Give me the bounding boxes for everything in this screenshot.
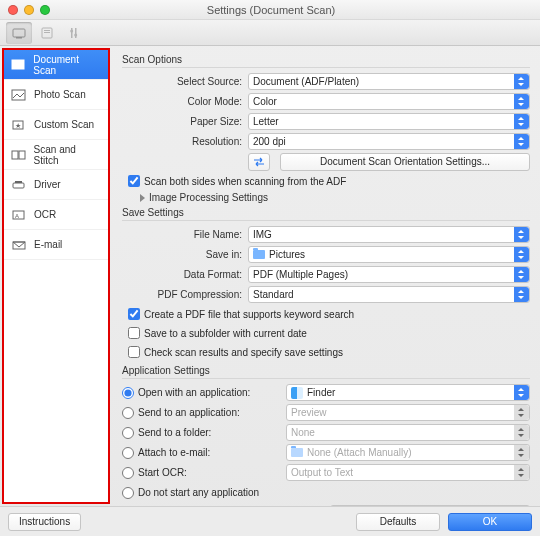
chevron-updown-icon — [514, 227, 529, 242]
do-not-start-radio[interactable]: Do not start any application — [122, 487, 259, 499]
chevron-updown-icon — [514, 114, 529, 129]
file-name-combobox[interactable]: IMG — [248, 226, 530, 243]
sidebar-item-label: Photo Scan — [34, 89, 86, 100]
sidebar-item-label: Document Scan — [33, 54, 102, 76]
folder-icon — [291, 448, 303, 457]
send-to-app-radio[interactable]: Send to an application: — [122, 407, 280, 419]
save-subfolder-label: Save to a subfolder with current date — [144, 328, 307, 339]
resolution-label: Resolution: — [122, 136, 242, 147]
svg-rect-4 — [44, 32, 50, 33]
select-source-dropdown[interactable]: Document (ADF/Platen) — [248, 73, 530, 90]
pdf-compression-dropdown[interactable]: Standard — [248, 286, 530, 303]
start-ocr-radio[interactable]: Start OCR: — [122, 467, 280, 479]
color-mode-label: Color Mode: — [122, 96, 242, 107]
chevron-updown-icon — [514, 247, 529, 262]
sidebar-item-label: Custom Scan — [34, 119, 94, 130]
sidebar-item-ocr[interactable]: A OCR — [4, 200, 108, 230]
paper-size-label: Paper Size: — [122, 116, 242, 127]
chevron-updown-icon — [514, 287, 529, 302]
pdf-compression-label: PDF Compression: — [122, 289, 242, 300]
save-settings-heading: Save Settings — [122, 207, 530, 218]
open-with-app-radio[interactable]: Open with an application: — [122, 387, 280, 399]
svg-rect-17 — [19, 151, 25, 159]
scan-options-heading: Scan Options — [122, 54, 530, 65]
open-with-app-dropdown[interactable]: Finder — [286, 384, 530, 401]
scan-both-sides-checkbox[interactable] — [128, 175, 140, 187]
scan-and-stitch-icon — [10, 148, 28, 162]
image-processing-disclosure[interactable]: Image Processing Settings — [140, 192, 530, 203]
sidebar-item-email[interactable]: E-mail — [4, 230, 108, 260]
main-panel: Scan Options Select Source: Document (AD… — [110, 46, 540, 506]
sidebar-item-label: OCR — [34, 209, 56, 220]
footer: Instructions Defaults OK — [0, 506, 540, 536]
chevron-updown-icon — [514, 74, 529, 89]
scan-both-sides-label: Scan both sides when scanning from the A… — [144, 176, 346, 187]
attach-email-dropdown[interactable]: None (Attach Manually) — [286, 444, 530, 461]
chevron-updown-icon — [514, 405, 529, 420]
chevron-updown-icon — [514, 94, 529, 109]
ocr-icon: A — [10, 208, 28, 222]
svg-rect-18 — [13, 183, 24, 188]
check-results-label: Check scan results and specify save sett… — [144, 347, 343, 358]
chevron-updown-icon — [514, 385, 529, 400]
sidebar-item-custom-scan[interactable]: ★ Custom Scan — [4, 110, 108, 140]
driver-icon — [10, 178, 28, 192]
divider — [122, 378, 530, 379]
toolbar — [0, 20, 540, 46]
defaults-button[interactable]: Defaults — [356, 513, 440, 531]
sidebar-item-photo-scan[interactable]: Photo Scan — [4, 80, 108, 110]
divider — [122, 220, 530, 221]
svg-rect-3 — [44, 30, 50, 31]
svg-rect-0 — [13, 29, 25, 37]
send-to-folder-radio[interactable]: Send to a folder: — [122, 427, 280, 439]
check-results-checkbox[interactable] — [128, 346, 140, 358]
photo-scan-icon — [10, 88, 28, 102]
toolbar-scan-from-panel-icon[interactable] — [34, 22, 60, 44]
select-source-label: Select Source: — [122, 76, 242, 87]
svg-point-8 — [74, 33, 77, 36]
disclosure-triangle-icon — [140, 194, 145, 202]
save-subfolder-checkbox[interactable] — [128, 327, 140, 339]
email-icon — [10, 238, 28, 252]
paper-size-dropdown[interactable]: Letter — [248, 113, 530, 130]
sidebar-item-label: Scan and Stitch — [34, 144, 102, 166]
titlebar: Settings (Document Scan) — [0, 0, 540, 20]
orientation-settings-button[interactable]: Document Scan Orientation Settings... — [280, 153, 530, 171]
sidebar-item-document-scan[interactable]: Document Scan — [4, 50, 108, 80]
chevron-updown-icon — [514, 134, 529, 149]
svg-rect-16 — [12, 151, 18, 159]
svg-rect-1 — [16, 37, 22, 39]
start-ocr-dropdown[interactable]: Output to Text — [286, 464, 530, 481]
create-pdf-keyword-checkbox[interactable] — [128, 308, 140, 320]
data-format-dropdown[interactable]: PDF (Multiple Pages) — [248, 266, 530, 283]
instructions-button[interactable]: Instructions — [8, 513, 81, 531]
svg-point-7 — [70, 29, 73, 32]
sidebar-item-driver[interactable]: Driver — [4, 170, 108, 200]
send-to-app-dropdown[interactable]: Preview — [286, 404, 530, 421]
attach-email-radio[interactable]: Attach to e-mail: — [122, 447, 280, 459]
window-title: Settings (Document Scan) — [10, 4, 532, 16]
toolbar-scan-from-computer-icon[interactable] — [6, 22, 32, 44]
chevron-updown-icon — [514, 445, 529, 460]
ok-button[interactable]: OK — [448, 513, 532, 531]
svg-rect-5 — [71, 28, 73, 38]
document-scan-icon — [10, 58, 27, 72]
save-in-dropdown[interactable]: Pictures — [248, 246, 530, 263]
chevron-updown-icon — [514, 425, 529, 440]
send-to-folder-dropdown[interactable]: None — [286, 424, 530, 441]
finder-icon — [291, 387, 303, 399]
folder-icon — [253, 250, 265, 259]
sidebar-item-scan-and-stitch[interactable]: Scan and Stitch — [4, 140, 108, 170]
toolbar-general-settings-icon[interactable] — [62, 22, 88, 44]
svg-rect-6 — [75, 28, 77, 38]
sidebar-item-label: Driver — [34, 179, 61, 190]
orientation-swap-button[interactable] — [248, 153, 270, 171]
application-settings-heading: Application Settings — [122, 365, 530, 376]
sidebar-item-label: E-mail — [34, 239, 62, 250]
color-mode-dropdown[interactable]: Color — [248, 93, 530, 110]
chevron-updown-icon — [514, 267, 529, 282]
resolution-dropdown[interactable]: 200 dpi — [248, 133, 530, 150]
custom-scan-icon: ★ — [10, 118, 28, 132]
svg-rect-19 — [15, 181, 22, 183]
swap-icon — [252, 156, 266, 168]
